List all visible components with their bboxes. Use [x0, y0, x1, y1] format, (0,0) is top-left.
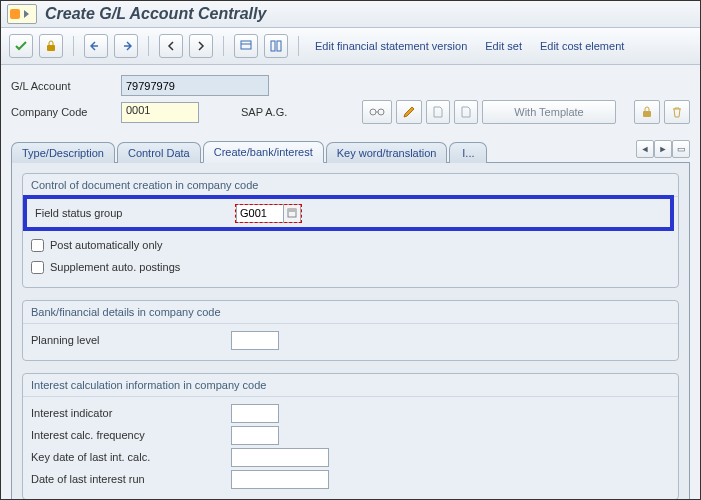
svg-point-6 [378, 109, 384, 115]
redo-icon[interactable] [114, 34, 138, 58]
tab-scroll-right-icon[interactable]: ► [654, 140, 672, 158]
post-automatically-label: Post automatically only [50, 239, 163, 251]
display-icon[interactable] [234, 34, 258, 58]
section-document-control-title: Control of document creation in company … [23, 174, 678, 197]
supplement-auto-postings-label: Supplement auto. postings [50, 261, 180, 273]
supplement-auto-postings-checkbox[interactable] [31, 261, 44, 274]
separator [148, 36, 149, 56]
page-title: Create G/L Account Centrally [45, 5, 266, 23]
gl-account-input[interactable] [121, 75, 269, 96]
edit-fsv-link[interactable]: Edit financial statement version [309, 40, 473, 52]
svg-rect-3 [271, 41, 275, 51]
date-last-interest-run-input[interactable] [231, 470, 329, 489]
glasses-icon[interactable] [362, 100, 392, 124]
highlight-field-status-group: Field status group [23, 195, 674, 231]
interest-indicator-input[interactable] [231, 404, 279, 423]
field-status-group-label: Field status group [35, 207, 235, 219]
section-bank-financial-title: Bank/financial details in company code [23, 301, 678, 324]
doc1-icon[interactable] [426, 100, 450, 124]
interest-frequency-label: Interest calc. frequency [31, 429, 231, 441]
undo-icon[interactable] [84, 34, 108, 58]
layout-icon[interactable] [264, 34, 288, 58]
svg-rect-8 [643, 111, 651, 117]
key-date-last-calc-input[interactable] [231, 448, 329, 467]
tab-create-bank-interest[interactable]: Create/bank/interest [203, 141, 324, 163]
company-code-label: Company Code [11, 106, 121, 118]
planning-level-label: Planning level [31, 334, 231, 346]
company-name: SAP A.G. [231, 106, 287, 118]
planning-level-input[interactable] [231, 331, 279, 350]
gl-account-label: G/L Account [11, 80, 121, 92]
tab-keyword-translation[interactable]: Key word/translation [326, 142, 448, 163]
date-last-interest-run-label: Date of last interest run [31, 473, 231, 485]
with-template-label: With Template [514, 106, 584, 118]
tab-control-data[interactable]: Control Data [117, 142, 201, 163]
tab-type-description[interactable]: Type/Description [11, 142, 115, 163]
section-interest-calc-title: Interest calculation information in comp… [23, 374, 678, 397]
svg-point-5 [370, 109, 376, 115]
trash-icon[interactable] [664, 100, 690, 124]
interest-indicator-label: Interest indicator [31, 407, 231, 419]
tab-strip: Type/Description Control Data Create/ban… [11, 140, 690, 163]
tab-info-truncated[interactable]: I... [449, 142, 487, 163]
edit-cost-element-link[interactable]: Edit cost element [534, 40, 630, 52]
separator [73, 36, 74, 56]
pencil-icon[interactable] [396, 100, 422, 124]
window-title-row: Create G/L Account Centrally [1, 1, 700, 28]
lock-icon[interactable] [634, 100, 660, 124]
separator [223, 36, 224, 56]
company-code-input[interactable]: 0001 [121, 102, 199, 123]
svg-rect-1 [241, 41, 251, 49]
doc2-icon[interactable] [454, 100, 478, 124]
interest-frequency-input[interactable] [231, 426, 279, 445]
header-area: G/L Account Company Code 0001 SAP A.G. W… [11, 75, 690, 124]
field-status-group-f4-icon[interactable] [284, 204, 301, 223]
header-buttons: With Template [362, 100, 690, 124]
toolbar: Edit financial statement version Edit se… [1, 28, 700, 65]
transaction-icon[interactable] [7, 4, 37, 24]
accept-icon[interactable] [9, 34, 33, 58]
key-date-last-calc-label: Key date of last int. calc. [31, 451, 231, 463]
separator [298, 36, 299, 56]
svg-rect-0 [47, 45, 55, 51]
tab-scroll-left-icon[interactable]: ◄ [636, 140, 654, 158]
section-bank-financial: Bank/financial details in company code P… [22, 300, 679, 361]
next-icon[interactable] [189, 34, 213, 58]
section-document-control: Control of document creation in company … [22, 173, 679, 288]
svg-rect-10 [288, 209, 296, 212]
tab-list-icon[interactable]: ▭ [672, 140, 690, 158]
refresh-lock-icon[interactable] [39, 34, 63, 58]
svg-rect-4 [277, 41, 281, 51]
tab-panel: Control of document creation in company … [11, 163, 690, 500]
section-interest-calc: Interest calculation information in comp… [22, 373, 679, 500]
with-template-button[interactable]: With Template [482, 100, 616, 124]
post-automatically-checkbox[interactable] [31, 239, 44, 252]
edit-set-link[interactable]: Edit set [479, 40, 528, 52]
field-status-group-input[interactable] [236, 204, 284, 223]
prev-icon[interactable] [159, 34, 183, 58]
